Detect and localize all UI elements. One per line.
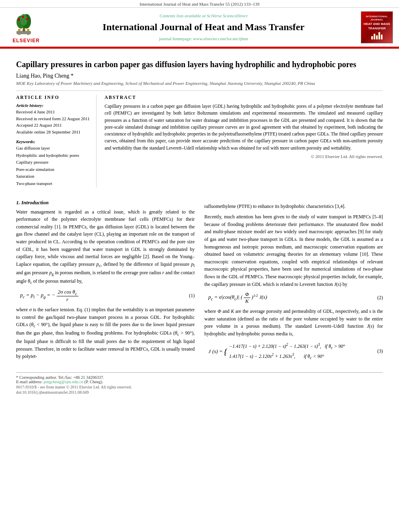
journal-citation-bar: International Journal of Heat and Mass T…	[0, 0, 399, 8]
abstract-text: Capillary pressures in a carbon paper ga…	[105, 103, 383, 152]
equation-2: pc = σ|cos(θc)| ( Φ K )1/2 J(s) (2)	[208, 291, 383, 304]
available-online-date: Available online 28 September 2011	[16, 129, 90, 136]
journal-thumbnail: INTERNATIONAL JOURNAL HEAT AND MASS TRAN…	[361, 11, 393, 43]
elsevier-logo: ELSEVIER	[12, 11, 39, 43]
article-info-panel: ARTICLE INFO Article history: Received 4…	[16, 95, 97, 187]
svg-point-9	[22, 16, 24, 18]
article-info-label: ARTICLE INFO	[16, 95, 90, 100]
elsevier-tree-icon	[14, 11, 38, 37]
eq1-formula: pc = pl − pg = − 2σ cos θc r	[20, 289, 183, 303]
journal-header-center: Contents lists available at SciVerse Sci…	[48, 11, 359, 43]
eq3-number: (3)	[371, 348, 383, 354]
rights-line: 0017-9310/$ - see front matter © 2011 El…	[16, 385, 383, 389]
elsevier-logo-area: ELSEVIER	[4, 11, 48, 43]
keyword-5: Saturation	[16, 173, 90, 180]
accepted-date: Accepted 22 August 2011	[16, 122, 90, 129]
article-content: Capillary pressures in carbon paper gas …	[0, 49, 399, 403]
keywords-label: Keywords:	[16, 139, 90, 144]
copyright-line: © 2011 Elsevier Ltd. All rights reserved…	[105, 154, 383, 159]
keyword-1: Gas diffusion layer	[16, 145, 90, 152]
info-abstract-section: ARTICLE INFO Article history: Received 4…	[16, 90, 383, 187]
received-date: Received 4 June 2011	[16, 109, 90, 115]
section1-heading: 1. Introduction	[16, 199, 195, 206]
affiliation: MOE Key Laboratory of Power Machinery an…	[16, 81, 383, 86]
footnote-email-person: (P. Cheng).	[84, 380, 103, 384]
footnote-email-address: pingcheng@sjtu.edu.cn	[43, 380, 83, 384]
eq1-explanation: where σ is the surface tension. Eq. (1) …	[16, 306, 195, 360]
abstract-section: ABSTRACT Capillary pressures in a carbon…	[105, 95, 383, 187]
svg-point-8	[26, 18, 29, 20]
eq3-formula: J(s) = { −1.417(1 − s) + 2.120(1 − s)2 −…	[208, 341, 371, 361]
eq3-cases: −1.417(1 − s) + 2.120(1 − s)2 − 1.263(1 …	[229, 341, 346, 361]
elsevier-label: ELSEVIER	[12, 38, 39, 43]
eq2-number: (2)	[371, 295, 383, 301]
journal-thumb-text: INTERNATIONAL JOURNAL HEAT AND MASS TRAN…	[363, 15, 391, 39]
authors: Liang Hao, Ping Cheng *	[16, 73, 383, 79]
intro-para-right-2: Recently, much attention has been given …	[204, 213, 383, 288]
sciverse-line: Contents lists available at SciVerse Sci…	[160, 13, 248, 18]
keyword-2: Hydrophilic and hydrophobic pores	[16, 152, 90, 159]
equation-1: pc = pl − pg = − 2σ cos θc r (1)	[20, 289, 195, 303]
doi-line: doi:10.1016/j.ijheatmasstransfer.2011.08…	[16, 390, 383, 394]
journal-citation: International Journal of Heat and Mass T…	[140, 2, 259, 6]
body-two-col: 1. Introduction Water management is rega…	[16, 194, 383, 365]
equation-3: J(s) = { −1.417(1 − s) + 2.120(1 − s)2 −…	[208, 341, 383, 361]
eq3-case1: −1.417(1 − s) + 2.120(1 − s)2 − 1.263(1 …	[229, 341, 346, 351]
eq1-fraction: 2σ cos θc r	[57, 289, 78, 303]
article-title: Capillary pressures in carbon paper gas …	[16, 59, 383, 70]
svg-point-10	[22, 29, 26, 31]
page: International Journal of Heat and Mass T…	[0, 0, 399, 532]
keyword-6: Two-phase transport	[16, 180, 90, 187]
eq3-case2: 1.417(1 − s) − 2.120s2 + 1.263s3, if θc …	[229, 351, 346, 361]
keywords-section: Keywords: Gas diffusion layer Hydrophili…	[16, 139, 90, 187]
eq2-formula: pc = σ|cos(θc)| ( Φ K )1/2 J(s)	[208, 291, 371, 304]
intro-para-right-1: rafluomethylene (PTFE) to enhance its hy…	[204, 203, 383, 210]
svg-rect-2	[16, 31, 31, 34]
intro-para-left: Water management is regarded as a critic…	[16, 208, 195, 286]
svg-point-7	[18, 18, 20, 21]
abstract-label: ABSTRACT	[105, 95, 383, 100]
received-revised-date: Received in revised form 22 August 2011	[16, 115, 90, 122]
body-col-right: rafluomethylene (PTFE) to enhance its hy…	[204, 194, 383, 365]
keyword-4: Pore-scale simulation	[16, 166, 90, 173]
body-col-left: 1. Introduction Water management is rega…	[16, 194, 195, 365]
journal-title: International Journal of Heat and Mass T…	[103, 21, 304, 33]
footnote-email: E-mail address: pingcheng@sjtu.edu.cn (P…	[16, 380, 383, 384]
eq2-explanation: where Φ and K are the average porosity a…	[204, 308, 383, 337]
eq3-brace: {	[224, 347, 228, 356]
svg-point-6	[20, 14, 27, 25]
eq2-fraction: Φ K	[244, 291, 250, 304]
journal-homepage: journal homepage: www.elsevier.com/locat…	[159, 36, 248, 41]
article-history-label: Article history:	[16, 103, 90, 108]
keyword-3: Capillary pressure	[16, 159, 90, 166]
footnote-area: * Corresponding author. Tel./fax: +86 21…	[16, 372, 383, 394]
footnote-star: * Corresponding author. Tel./fax: +86 21…	[16, 375, 383, 380]
eq1-number: (1)	[183, 293, 195, 299]
journal-header: ELSEVIER Contents lists available at Sci…	[0, 8, 399, 47]
journal-thumbnail-area: INTERNATIONAL JOURNAL HEAT AND MASS TRAN…	[359, 11, 395, 43]
